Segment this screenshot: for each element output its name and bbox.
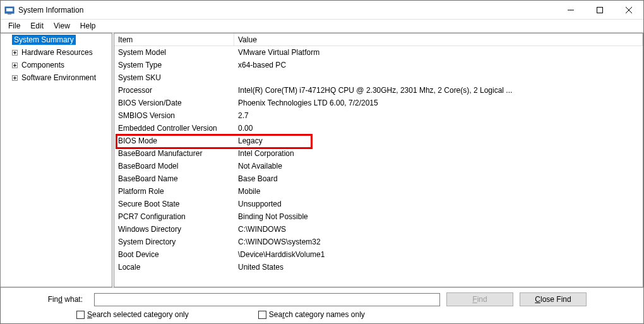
cell-item: Secure Boot State bbox=[114, 200, 234, 208]
cell-value: VMware Virtual Platform bbox=[234, 48, 643, 57]
grid-header[interactable]: Item Value bbox=[114, 33, 643, 46]
cell-item: Processor bbox=[114, 86, 234, 95]
cell-value: Intel Corporation bbox=[234, 149, 643, 158]
cell-value: Legacy bbox=[234, 136, 643, 145]
cell-value: x64-based PC bbox=[234, 61, 643, 69]
cell-value: \Device\HarddiskVolume1 bbox=[234, 250, 643, 259]
menubar: File Edit View Help bbox=[1, 20, 643, 33]
cell-item: BIOS Version/Date bbox=[114, 99, 234, 107]
menu-file[interactable]: File bbox=[3, 20, 25, 32]
grid-row[interactable]: PCR7 ConfigurationBinding Not Possible bbox=[114, 210, 643, 223]
grid-row[interactable]: BIOS Version/DatePhoenix Technologies LT… bbox=[114, 97, 643, 109]
svg-rect-4 bbox=[597, 7, 603, 13]
cell-item: Embedded Controller Version bbox=[114, 124, 234, 133]
cell-value: Not Available bbox=[234, 162, 643, 171]
grid-row[interactable]: Boot Device\Device\HarddiskVolume1 bbox=[114, 248, 643, 261]
cell-item: BaseBoard Manufacturer bbox=[114, 149, 234, 158]
close-button[interactable] bbox=[614, 1, 643, 19]
column-item[interactable]: Item bbox=[114, 33, 234, 45]
titlebar: System Information bbox=[1, 1, 643, 20]
checkbox-label: Search category names only bbox=[269, 310, 365, 319]
checkbox-icon bbox=[258, 311, 266, 319]
grid-row[interactable]: Windows DirectoryC:\WINDOWS bbox=[114, 223, 643, 236]
find-label: Find what: bbox=[39, 295, 83, 304]
cell-item: BIOS Mode bbox=[114, 136, 234, 145]
menu-help[interactable]: Help bbox=[75, 20, 101, 32]
grid-row[interactable]: SMBIOS Version2.7 bbox=[114, 109, 643, 122]
minimize-button[interactable] bbox=[556, 1, 585, 19]
tree-item-software-environment[interactable]: Software Environment bbox=[1, 71, 112, 84]
grid-row[interactable]: BaseBoard NameBase Board bbox=[114, 172, 643, 185]
grid-row[interactable]: BaseBoard ManufacturerIntel Corporation bbox=[114, 147, 643, 160]
expander-plus-icon[interactable] bbox=[11, 49, 18, 56]
details-grid[interactable]: Item Value System ModelVMware Virtual Pl… bbox=[114, 33, 643, 287]
findbar: Find what: Find Close Find Search select… bbox=[1, 288, 643, 323]
tree-item-label: Hardware Resources bbox=[20, 47, 95, 57]
window: System Information File Edit View Help S… bbox=[0, 0, 644, 324]
details-panel: Item Value System ModelVMware Virtual Pl… bbox=[114, 33, 643, 287]
column-value[interactable]: Value bbox=[234, 33, 643, 45]
grid-row[interactable]: LocaleUnited States bbox=[114, 261, 643, 273]
grid-row[interactable]: System Typex64-based PC bbox=[114, 59, 643, 71]
tree-item-label: Software Environment bbox=[20, 73, 98, 83]
grid-row[interactable]: BIOS ModeLegacy bbox=[114, 135, 643, 147]
menu-edit[interactable]: Edit bbox=[25, 20, 49, 32]
tree-item-label: System Summary bbox=[12, 35, 76, 45]
grid-row[interactable]: Platform RoleMobile bbox=[114, 185, 643, 198]
checkbox-label: Search selected category only bbox=[87, 310, 189, 319]
cell-item: System Directory bbox=[114, 237, 234, 246]
checkbox-search-selected[interactable]: Search selected category only bbox=[76, 310, 189, 319]
grid-row[interactable]: System SKU bbox=[114, 71, 643, 84]
cell-item: SMBIOS Version bbox=[114, 111, 234, 120]
cell-value: 2.7 bbox=[234, 111, 643, 120]
cell-value: 0.00 bbox=[234, 124, 643, 133]
cell-item: Boot Device bbox=[114, 250, 234, 259]
cell-item: Windows Directory bbox=[114, 225, 234, 234]
grid-row[interactable]: System ModelVMware Virtual Platform bbox=[114, 46, 643, 59]
cell-value: C:\WINDOWS\system32 bbox=[234, 237, 643, 246]
expander-icon[interactable] bbox=[3, 36, 11, 44]
window-title: System Information bbox=[18, 6, 556, 15]
find-input[interactable] bbox=[94, 293, 440, 306]
cell-value: Intel(R) Core(TM) i7-4712HQ CPU @ 2.30GH… bbox=[234, 86, 643, 95]
tree-panel[interactable]: System Summary Hardware Resources Compon… bbox=[0, 33, 112, 287]
cell-value: Binding Not Possible bbox=[234, 212, 643, 221]
cell-item: System Model bbox=[114, 48, 234, 57]
cell-item: System SKU bbox=[114, 73, 234, 82]
tree-item-label: Components bbox=[20, 60, 66, 70]
cell-item: Platform Role bbox=[114, 187, 234, 196]
grid-row[interactable]: BaseBoard ModelNot Available bbox=[114, 160, 643, 172]
grid-row[interactable]: ProcessorIntel(R) Core(TM) i7-4712HQ CPU… bbox=[114, 84, 643, 97]
cell-item: BaseBoard Model bbox=[114, 162, 234, 171]
tree-item-system-summary[interactable]: System Summary bbox=[1, 33, 112, 46]
svg-rect-1 bbox=[6, 8, 13, 11]
tree-item-hardware-resources[interactable]: Hardware Resources bbox=[1, 46, 112, 59]
cell-value: United States bbox=[234, 263, 643, 272]
find-button[interactable]: Find bbox=[446, 292, 513, 306]
cell-value: Unsupported bbox=[234, 200, 643, 208]
svg-rect-2 bbox=[8, 13, 11, 15]
client-area: System Summary Hardware Resources Compon… bbox=[1, 33, 643, 288]
cell-value: Base Board bbox=[234, 174, 643, 183]
menu-view[interactable]: View bbox=[49, 20, 75, 32]
app-icon bbox=[4, 5, 15, 15]
cell-value: C:\WINDOWS bbox=[234, 225, 643, 234]
expander-plus-icon[interactable] bbox=[11, 61, 18, 69]
cell-value: Mobile bbox=[234, 187, 643, 196]
cell-item: BaseBoard Name bbox=[114, 174, 234, 183]
grid-row[interactable]: Secure Boot StateUnsupported bbox=[114, 198, 643, 210]
cell-item: PCR7 Configuration bbox=[114, 212, 234, 221]
tree-item-components[interactable]: Components bbox=[1, 59, 112, 71]
cell-item: Locale bbox=[114, 263, 234, 272]
cell-value: Phoenix Technologies LTD 6.00, 7/2/2015 bbox=[234, 99, 643, 107]
window-buttons bbox=[556, 1, 643, 19]
expander-plus-icon[interactable] bbox=[11, 74, 18, 81]
checkbox-search-names[interactable]: Search category names only bbox=[258, 310, 365, 319]
cell-item: System Type bbox=[114, 61, 234, 69]
grid-row[interactable]: System DirectoryC:\WINDOWS\system32 bbox=[114, 236, 643, 248]
grid-row[interactable]: Embedded Controller Version0.00 bbox=[114, 122, 643, 135]
checkbox-icon bbox=[76, 311, 85, 319]
close-find-button[interactable]: Close Find bbox=[520, 292, 587, 306]
maximize-button[interactable] bbox=[585, 1, 614, 19]
